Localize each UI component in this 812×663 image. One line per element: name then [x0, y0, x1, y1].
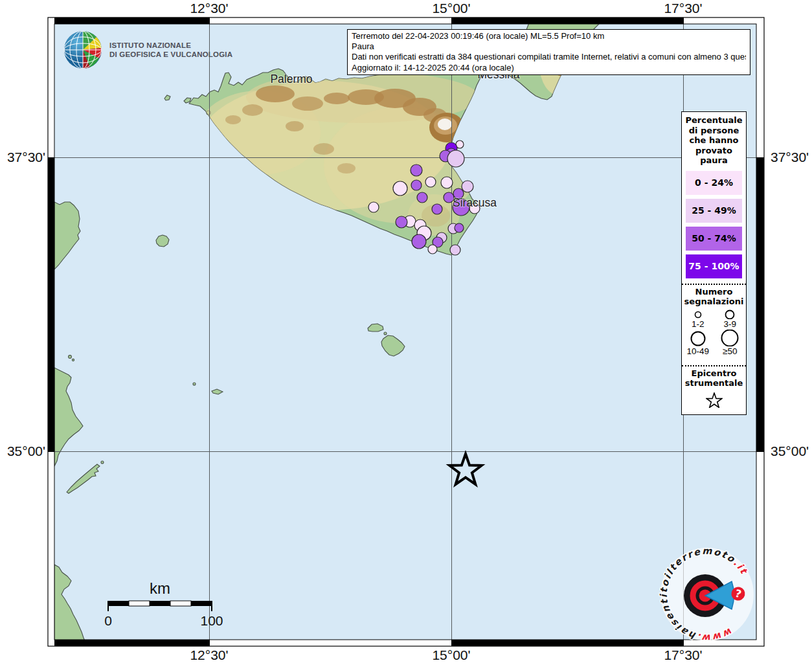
legend-epicenter-symbol [682, 388, 746, 414]
islet-kerkennah [101, 461, 104, 464]
event-title-line1: Terremoto del 22-04-2023 00:19:46 (ora l… [352, 31, 746, 41]
axis-label-top-1500: 15°00' [432, 1, 470, 16]
legend-bin-label: 1-2 [692, 319, 705, 329]
city-label-siracusa: Siracusa [453, 196, 497, 209]
haisentitoilterremoto-logo: ? www.haisentitoilterremoto.it [658, 545, 760, 647]
legend-epicenter-title: Epicentro strumentale [682, 365, 746, 388]
report-dot [396, 216, 407, 228]
ingv-logo-text: ISTITUTO NAZIONALE DI GEOFISICA E VULCAN… [109, 41, 232, 59]
scale-bar-end: 100 [200, 613, 223, 628]
report-dot [411, 180, 422, 190]
event-title-line3: Dati non verificati estratti da 384 ques… [352, 52, 746, 62]
scale-bar-start: 0 [104, 613, 112, 628]
island-galite1 [69, 355, 72, 359]
city-label-palermo: Palermo [270, 73, 312, 85]
axis-label-bottom-1730: 17°30' [664, 647, 702, 663]
legend-bin-label: 10-49 [686, 346, 709, 356]
legend-bin-10-49: 10-49 [686, 330, 709, 356]
count-circle-small-icon [691, 309, 705, 319]
event-title-line4: Aggiornato il: 14-12-2025 20:44 (ora loc… [352, 63, 746, 73]
axis-label-right-3500: 35°00' [771, 444, 809, 459]
report-dot [412, 234, 426, 249]
axis-label-left-3730: 37°30' [0, 150, 45, 165]
count-circle-medium-icon [723, 309, 737, 319]
island-pantelleria [156, 235, 169, 247]
report-dot [450, 245, 460, 255]
ingv-text-line2: DI GEOFISICA E VULCANOLOGIA [109, 50, 232, 59]
island-galite2 [72, 359, 74, 361]
legend-percent-title: Percentuale di persone che hanno provato… [682, 112, 746, 167]
legend-count-bins: 1-2 3-9 10-49 ≥50 [682, 307, 746, 360]
report-dot [462, 181, 473, 192]
legend-counts-title: Numero segnalazioni [682, 284, 746, 307]
island-comino [384, 332, 387, 335]
legend-swatch-25-49: 25 - 49% [686, 199, 742, 223]
ingv-globe-icon [63, 30, 103, 70]
report-dot [455, 223, 464, 232]
axis-label-right-3730: 37°30' [771, 150, 809, 165]
event-title-box: Terremoto del 22-04-2023 00:19:46 (ora l… [347, 29, 750, 75]
legend-swatch-0-24: 0 - 24% [686, 171, 742, 195]
legend-swatch-75-100: 75 - 100% [686, 254, 742, 278]
report-dot [425, 177, 436, 187]
epicenter-star-icon [706, 392, 723, 408]
axis-label-top-1230: 12°30' [190, 1, 228, 16]
legend-swatch-50-74: 50 - 74% [686, 227, 742, 251]
legend-bin-50plus: ≥50 [719, 330, 741, 356]
count-circle-xlarge-icon [719, 330, 741, 346]
island-linosa [193, 383, 196, 385]
report-dot [428, 245, 437, 254]
axis-label-left-3500: 35°00' [0, 444, 45, 459]
report-dot [411, 164, 422, 176]
legend-bin-label: 3-9 [723, 319, 736, 329]
legend-box: Percentuale di persone che hanno provato… [681, 111, 747, 415]
legend-bin-label: ≥50 [723, 346, 737, 356]
report-dot [368, 202, 379, 212]
axis-label-bottom-1500: 15°00' [432, 647, 470, 663]
map-interior: Palermo Messina Siracusa km 0 100 [54, 17, 756, 641]
legend-bin-1-2: 1-2 [691, 309, 705, 329]
ingv-text-line1: ISTITUTO NAZIONALE [109, 41, 232, 50]
report-dot [441, 177, 453, 188]
event-title-line2: Paura [352, 41, 746, 52]
ingv-logo: ISTITUTO NAZIONALE DI GEOFISICA E VULCAN… [63, 30, 232, 70]
scale-bar-unit: km [150, 579, 170, 597]
axis-label-bottom-1230: 12°30' [190, 647, 228, 663]
report-dot [393, 181, 407, 196]
axis-label-top-1730: 17°30' [664, 1, 702, 16]
seismic-intensity-map-page: Palermo Messina Siracusa km 0 100 [0, 0, 812, 663]
report-dot [447, 150, 464, 167]
legend-bin-3-9: 3-9 [723, 309, 737, 329]
report-dot [417, 192, 427, 203]
report-dot [432, 204, 442, 214]
count-circle-large-icon [688, 330, 708, 346]
